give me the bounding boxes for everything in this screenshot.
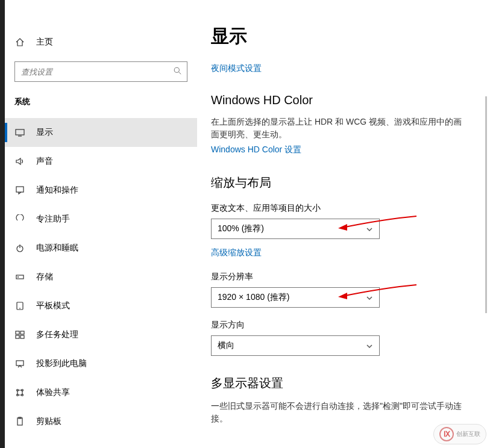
chevron-down-icon [366,342,373,349]
hd-color-heading: Windows HD Color [211,93,471,107]
nav-label: 存储 [36,272,53,282]
nav-label: 声音 [36,156,53,167]
page-title: 显示 [211,24,471,49]
notifications-icon [14,185,25,196]
nav-label: 通知和操作 [36,185,78,196]
watermark-text: 创新互联 [456,430,480,438]
hd-color-desc: 在上面所选择的显示器上让 HDR 和 WCG 视频、游戏和应用中的画面更明亮、更… [211,116,470,141]
svg-line-5 [179,72,181,75]
home-icon [14,37,25,48]
storage-icon [14,272,25,282]
scale-heading: 缩放与布局 [211,175,471,191]
orientation-label: 显示方向 [211,320,471,331]
annotation-arrow [335,283,419,301]
shared-icon [14,387,25,398]
multitask-icon [14,329,25,340]
night-mode-link[interactable]: 夜间模式设置 [211,63,471,74]
watermark-badge: Ⅸ 创新互联 [433,424,486,444]
power-icon [14,243,25,254]
svg-rect-6 [16,129,24,135]
search-input[interactable] [14,61,187,82]
svg-rect-15 [16,331,19,334]
annotation-arrow [335,214,419,232]
sidebar-item-display[interactable]: 显示 [5,118,197,147]
svg-rect-24 [17,418,22,425]
orientation-dropdown[interactable]: 横向 [211,335,380,356]
tablet-icon [14,300,25,311]
sidebar-item-sound[interactable]: 声音 [5,147,197,176]
sidebar-item-projecting[interactable]: 投影到此电脑 [5,349,197,378]
nav-label: 多任务处理 [36,329,78,340]
orientation-value: 横向 [218,340,234,351]
svg-rect-16 [20,331,24,334]
nav-label: 电源和睡眠 [36,243,78,254]
svg-rect-8 [16,187,24,192]
home-row[interactable]: 主页 [5,29,197,55]
scale-label: 更改文本、应用等项目的大小 [211,203,471,214]
search-wrap [14,61,187,82]
main-content: 显示 夜间模式设置 Windows HD Color 在上面所选择的显示器上让 … [198,0,487,448]
svg-rect-17 [16,335,19,338]
nav-list: 显示 声音 通知和操作 专注助手 电源和睡眠 存储 [5,118,197,436]
multimon-heading: 多显示器设置 [211,375,471,391]
multimon-desc: 一些旧式显示器可能不会进行自动连接，选择"检测"即可尝试手动连接。 [211,400,470,425]
search-icon [174,67,181,76]
resolution-value: 1920 × 1080 (推荐) [218,292,289,303]
sidebar-item-power[interactable]: 电源和睡眠 [5,234,197,263]
nav-label: 体验共享 [36,387,70,398]
scale-dropdown[interactable]: 100% (推荐) [211,219,380,239]
advanced-scale-link[interactable]: 高级缩放设置 [211,247,471,258]
sidebar-item-tablet[interactable]: 平板模式 [5,291,197,320]
svg-rect-11 [16,275,24,279]
display-icon [14,127,25,138]
sidebar-item-focus[interactable]: 专注助手 [5,205,197,234]
nav-label: 投影到此电脑 [36,358,87,369]
focus-icon [14,214,25,225]
svg-point-4 [174,67,179,72]
sidebar-section-label: 系统 [5,90,197,113]
nav-label: 专注助手 [36,214,70,225]
sidebar-item-notifications[interactable]: 通知和操作 [5,176,197,205]
sidebar-item-clipboard[interactable]: 剪贴板 [5,407,197,436]
chevron-down-icon [366,294,373,301]
clipboard-icon [14,416,25,427]
project-icon [14,358,25,369]
svg-rect-19 [16,361,24,366]
sidebar-item-shared[interactable]: 体验共享 [5,378,197,407]
nav-label: 显示 [36,127,53,138]
resolution-dropdown[interactable]: 1920 × 1080 (推荐) [211,287,380,308]
sidebar: 主页 系统 显示 声音 通知和操作 专注助手 [5,0,198,448]
svg-point-12 [18,277,19,278]
sidebar-item-multitask[interactable]: 多任务处理 [5,320,197,349]
svg-rect-18 [20,335,24,338]
chevron-down-icon [366,225,373,232]
watermark-logo-icon: Ⅸ [439,427,454,441]
hd-color-link[interactable]: Windows HD Color 设置 [211,145,471,155]
nav-label: 平板模式 [36,300,70,311]
scrollbar[interactable] [485,96,487,313]
resolution-label: 显示分辨率 [211,272,471,282]
sidebar-item-storage[interactable]: 存储 [5,263,197,291]
nav-label: 剪贴板 [36,416,61,427]
home-label: 主页 [36,37,53,48]
sound-icon [14,156,25,167]
scale-value: 100% (推荐) [218,223,264,234]
